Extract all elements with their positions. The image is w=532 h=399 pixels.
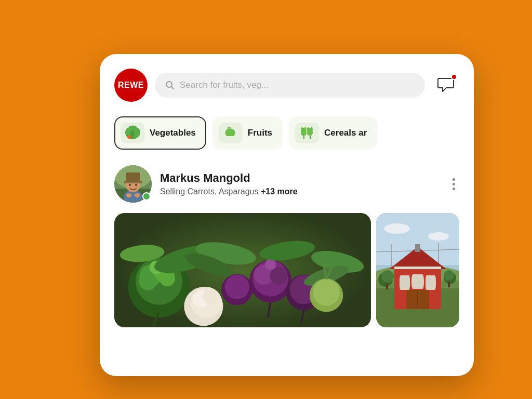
chat-notification-badge [451, 74, 457, 80]
svg-point-20 [129, 184, 131, 186]
svg-rect-71 [415, 244, 420, 252]
vendor-description: Selling Carrots, Asparagus +13 more [160, 187, 440, 196]
svg-point-53 [313, 279, 340, 306]
category-tab-vegetables[interactable]: Vegetables [114, 116, 206, 150]
svg-rect-19 [126, 172, 140, 182]
header: REWE Search for fruits, veg... [100, 54, 474, 112]
vendor-name: Markus Mangold [160, 171, 440, 185]
category-tabs: Vegetables Fruits [100, 112, 474, 160]
vegetables-icon [121, 123, 144, 143]
svg-point-44 [225, 275, 249, 299]
svg-point-40 [265, 259, 276, 270]
fruits-icon [219, 123, 243, 143]
cereals-icon [295, 123, 319, 143]
svg-point-61 [384, 223, 410, 234]
svg-point-22 [126, 193, 131, 197]
svg-point-31 [139, 272, 156, 290]
svg-rect-83 [448, 282, 450, 287]
chat-button[interactable] [432, 72, 459, 99]
svg-point-21 [135, 184, 137, 186]
product-image-grid [100, 213, 474, 327]
farm-photo[interactable] [376, 213, 459, 327]
category-tab-cereals[interactable]: Cereals ar [289, 116, 377, 150]
svg-rect-74 [411, 274, 424, 289]
search-icon [165, 81, 175, 90]
svg-point-23 [135, 193, 140, 197]
svg-line-1 [171, 87, 174, 89]
vegetables-photo[interactable] [114, 213, 371, 327]
svg-rect-80 [386, 283, 388, 289]
menu-dot-2 [453, 183, 455, 185]
svg-rect-77 [394, 267, 441, 269]
svg-rect-72 [400, 275, 410, 290]
svg-point-35 [203, 290, 218, 304]
vegetables-label: Vegetables [150, 128, 196, 138]
svg-point-62 [428, 232, 449, 241]
svg-point-79 [381, 270, 394, 283]
category-tab-fruits[interactable]: Fruits [212, 116, 283, 150]
cereals-label: Cereals ar [324, 128, 367, 138]
menu-dot-1 [453, 178, 455, 181]
svg-point-82 [444, 270, 454, 281]
app-screen: REWE Search for fruits, veg... [100, 54, 474, 376]
vendor-more-text: +13 more [261, 187, 298, 196]
menu-dot-3 [453, 188, 455, 190]
fruits-label: Fruits [248, 128, 272, 138]
vendor-row: Markus Mangold Selling Carrots, Asparagu… [100, 160, 474, 213]
search-placeholder: Search for fruits, veg... [180, 80, 269, 90]
vendor-online-indicator [142, 192, 151, 201]
vendor-menu-button[interactable] [448, 174, 459, 194]
svg-rect-73 [425, 275, 436, 290]
vendor-desc-text: Selling Carrots, Asparagus [160, 187, 258, 196]
rewe-logo[interactable]: REWE [114, 69, 148, 102]
vendor-info: Markus Mangold Selling Carrots, Asparagu… [160, 171, 440, 196]
search-bar[interactable]: Search for fruits, veg... [155, 73, 425, 98]
svg-point-30 [159, 271, 175, 286]
vendor-avatar-wrap [114, 165, 152, 203]
rewe-logo-text: REWE [118, 81, 144, 90]
